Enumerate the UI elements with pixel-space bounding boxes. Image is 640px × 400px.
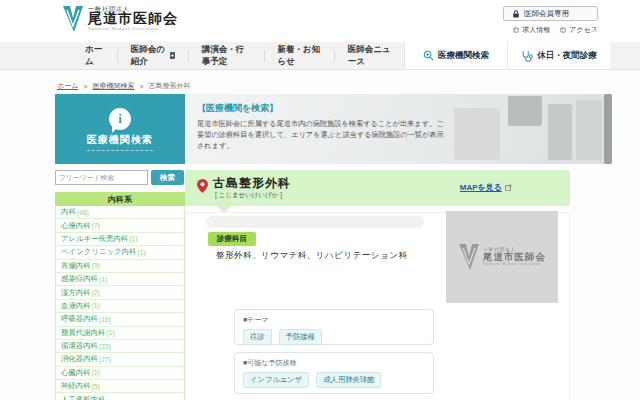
category-list-item[interactable]: ペインクリニック内科 (1) bbox=[56, 246, 184, 259]
nav-item[interactable]: 医師会の紹介 + bbox=[117, 50, 188, 62]
category-list-item[interactable]: 内科 (48) bbox=[56, 206, 184, 219]
org-name: 尾道市医師会 bbox=[483, 253, 546, 263]
category-label: 呼吸器内科 bbox=[61, 314, 98, 324]
nav-item[interactable]: ホーム bbox=[72, 50, 117, 62]
main-nav: ホーム 医師会の紹介 + 講演会・行事予定 新着・お知らせ bbox=[0, 42, 640, 70]
theme-tags: 往診 予防接種 bbox=[243, 329, 425, 345]
category-list-item[interactable]: 心臓内科 (1) bbox=[56, 367, 184, 380]
category-list-item[interactable]: 脂質代謝内科 (1) bbox=[56, 327, 184, 340]
photo-stone bbox=[576, 100, 602, 160]
category-list-item[interactable]: 神経内科 (5) bbox=[56, 380, 184, 393]
stethoscope-icon bbox=[521, 50, 533, 62]
nav-feature-tiles: 医療機関検索 休日・夜間診療 bbox=[404, 42, 610, 69]
category-list-item[interactable]: 漢方内科 (2) bbox=[56, 286, 184, 299]
search-icon bbox=[423, 50, 434, 61]
category-list-item[interactable]: 心療内科 (7) bbox=[56, 219, 184, 232]
plus-icon bbox=[560, 27, 566, 33]
medical-search-label: 医療機関検索 bbox=[438, 50, 489, 62]
category-list-item[interactable]: 胃腸内科 (9) bbox=[56, 260, 184, 273]
site-logo[interactable]: 一般社団法人 尾道市医師会 Onomichi Medical Associati… bbox=[62, 4, 178, 34]
category-label: 感染症内科 bbox=[61, 274, 98, 284]
theme-tag[interactable]: 往診 bbox=[243, 329, 272, 345]
submenu-icon: + bbox=[170, 52, 175, 59]
intro-copy: 【医療機関を検索】 尾道市医師会に所属する尾道市内の病院施設を検索することが出来… bbox=[197, 102, 467, 151]
gray-placeholder-bar bbox=[206, 216, 424, 228]
departments-text: 整形外科、リウマチ科、リハビリテーション科 bbox=[216, 250, 407, 262]
placeholder-logo: 一般社団法人 尾道市医師会 Onomichi Medical Associati… bbox=[458, 242, 546, 272]
category-label: 内科 bbox=[61, 207, 76, 217]
sidebar-search-title: 医療機関検索 bbox=[87, 133, 153, 151]
category-list-item[interactable]: 循環器内科 (22) bbox=[56, 340, 184, 353]
breadcrumb-separator: > bbox=[83, 83, 87, 90]
map-link[interactable]: MAPを見る bbox=[460, 182, 512, 193]
nav-item-label: 医師会ニュース bbox=[348, 44, 391, 68]
category-count: (1) bbox=[129, 235, 137, 242]
nav-item-label: ホーム bbox=[85, 44, 104, 68]
intro-description: 尾道市医師会に所属する尾道市内の病院施設を検索することが出来ます。ご要望の診療科… bbox=[197, 118, 449, 151]
category-count: (48) bbox=[77, 209, 89, 216]
breadcrumb-home[interactable]: ホーム bbox=[57, 81, 78, 91]
breadcrumb-section[interactable]: 医療機関検索 bbox=[92, 81, 134, 91]
recruit-label: 求人情報 bbox=[522, 25, 550, 35]
photo-stone bbox=[508, 96, 542, 126]
category-list-item[interactable]: 人工透析内科 bbox=[56, 393, 184, 400]
vaccination-box: ■可能な予防接種 インフルエンザ 成人用肺炎球菌 bbox=[234, 352, 434, 394]
recruit-link[interactable]: 求人情報 bbox=[513, 25, 550, 35]
category-list-item[interactable]: アレルギー疾患内科 (1) bbox=[56, 233, 184, 246]
category-count: (9) bbox=[92, 262, 100, 269]
category-list-item[interactable]: 消化器内科 (27) bbox=[56, 353, 184, 366]
category-label: 脂質代謝内科 bbox=[61, 328, 105, 338]
category-count: (5) bbox=[92, 383, 100, 390]
category-count: (7) bbox=[92, 222, 100, 229]
category-label: 循環器内科 bbox=[61, 341, 98, 351]
nav-item[interactable]: 新着・お知らせ bbox=[264, 50, 334, 62]
category-list: 内科 (48) 心療内科 (7) アレルギー疾患内科 (1) ペインクリニック内… bbox=[55, 206, 185, 400]
nav-item-holiday-care[interactable]: 休日・夜間診療 bbox=[507, 42, 610, 69]
nav-item[interactable]: 講演会・行事予定 bbox=[188, 50, 264, 62]
nav-item-label: 新着・お知らせ bbox=[278, 44, 321, 68]
category-count: (1) bbox=[99, 276, 107, 283]
external-link-icon bbox=[505, 184, 512, 191]
category-list-item[interactable]: 血液内科 (1) bbox=[56, 300, 184, 313]
breadcrumb-separator: > bbox=[139, 83, 143, 90]
category-label: 漢方内科 bbox=[61, 288, 91, 298]
search-button[interactable]: 検索 bbox=[151, 170, 184, 185]
category-label: 消化器内科 bbox=[61, 354, 98, 364]
info-icon: i bbox=[109, 108, 131, 130]
quick-links: 求人情報 アクセス bbox=[513, 25, 598, 35]
category-label: アレルギー疾患内科 bbox=[61, 234, 128, 244]
sidebar-search: 検索 bbox=[55, 170, 185, 185]
vaccination-tag[interactable]: 成人用肺炎球菌 bbox=[316, 372, 381, 388]
search-input[interactable] bbox=[55, 170, 148, 185]
breadcrumb: ホーム > 医療機関検索 > 古島整形外科 bbox=[57, 81, 191, 91]
category-count: (2) bbox=[92, 289, 100, 296]
nav-item[interactable]: 医師会ニュース bbox=[334, 50, 404, 62]
medical-association-logo-icon bbox=[62, 4, 84, 34]
category-list-item[interactable]: 呼吸器内科 (16) bbox=[56, 313, 184, 326]
departments-badge: 診療科目 bbox=[208, 232, 256, 246]
category-count: (1) bbox=[92, 369, 100, 376]
category-count: (22) bbox=[99, 343, 111, 350]
vaccination-tag[interactable]: インフルエンザ bbox=[243, 372, 309, 388]
map-pin-icon bbox=[197, 179, 208, 193]
category-count: (1) bbox=[106, 329, 114, 336]
category-count: (27) bbox=[99, 356, 111, 363]
category-label: 心療内科 bbox=[61, 221, 91, 231]
theme-label: ■テーマ bbox=[243, 315, 425, 325]
nav-item-label: 医師会の紹介 bbox=[131, 44, 167, 68]
nav-item-medical-search[interactable]: 医療機関検索 bbox=[404, 42, 507, 69]
category-label: 神経内科 bbox=[61, 381, 91, 391]
map-link-label: MAPを見る bbox=[460, 182, 502, 193]
access-link[interactable]: アクセス bbox=[560, 25, 598, 35]
org-name-en: Onomichi Medical Association bbox=[483, 263, 546, 267]
access-label: アクセス bbox=[569, 25, 598, 35]
theme-tag[interactable]: 予防接種 bbox=[279, 329, 322, 345]
nav-item-label: 講演会・行事予定 bbox=[202, 44, 251, 68]
medical-association-logo-icon bbox=[458, 242, 480, 272]
photo-stone bbox=[548, 104, 572, 160]
category-list-item[interactable]: 感染症内科 (1) bbox=[56, 273, 184, 286]
member-only-button[interactable]: 医師会員専用 bbox=[503, 6, 598, 21]
sidebar-search-header: i 医療機関検索 bbox=[55, 94, 185, 164]
category-count: (1) bbox=[92, 302, 100, 309]
clinic-name: 古島整形外科 bbox=[213, 175, 291, 192]
